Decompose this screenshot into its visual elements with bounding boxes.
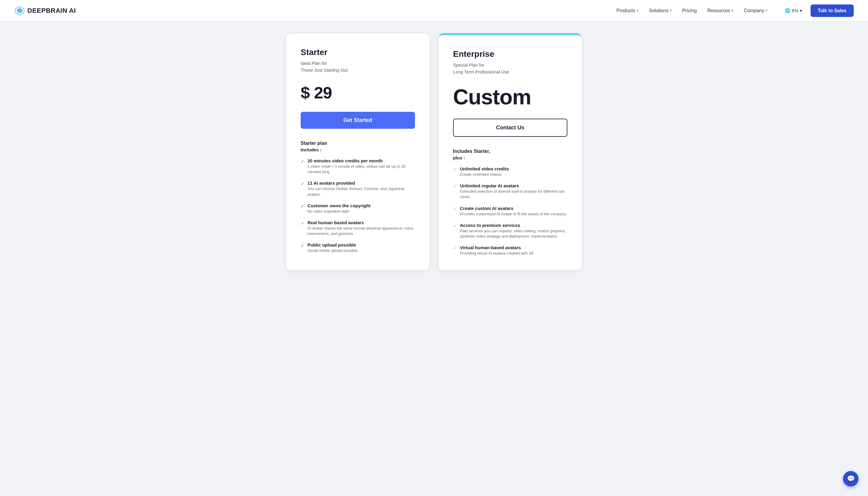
list-item: ✓ Real human based avatars AI avatar sha… bbox=[301, 220, 415, 236]
list-item: ✓ 20 minutes video credits per month 1 v… bbox=[301, 158, 415, 174]
chat-icon: 💬 bbox=[847, 475, 855, 483]
talk-to-sales-button[interactable]: Talk to Sales bbox=[810, 4, 854, 17]
enterprise-includes-sub: plus : bbox=[453, 155, 567, 160]
check-icon: ✓ bbox=[301, 243, 304, 248]
list-item: ✓ 11 AI avatars provided You can choose … bbox=[301, 181, 415, 197]
nav-products[interactable]: Products ▾ bbox=[612, 6, 642, 16]
chevron-down-icon: ▾ bbox=[670, 9, 672, 13]
starter-plan-description: Ideal Plan for Those Just Starting Out bbox=[301, 60, 415, 74]
nav-links: Products ▾ Solutions ▾ Pricing Resources… bbox=[612, 6, 772, 16]
nav-solutions[interactable]: Solutions ▾ bbox=[645, 6, 676, 16]
enterprise-plan-card: Enterprise Special Plan for Long Term Pr… bbox=[439, 33, 582, 270]
list-item: ✓ Unlimited video credits Create Unlimit… bbox=[453, 166, 567, 177]
chevron-down-icon: ▾ bbox=[800, 8, 802, 13]
starter-price: $ 29 bbox=[301, 83, 415, 102]
chevron-down-icon: ▾ bbox=[637, 9, 638, 13]
starter-feature-list: ✓ 20 minutes video credits per month 1 v… bbox=[301, 158, 415, 254]
logo-icon bbox=[14, 5, 25, 16]
enterprise-includes-title: Includes Starter, bbox=[453, 149, 567, 154]
main-content: Starter Ideal Plan for Those Just Starti… bbox=[0, 21, 868, 294]
check-icon: ✓ bbox=[301, 204, 304, 209]
nav-pricing[interactable]: Pricing bbox=[678, 6, 701, 16]
check-icon: ✓ bbox=[453, 206, 457, 212]
globe-icon: 🌐 bbox=[785, 8, 790, 13]
chevron-down-icon: ▾ bbox=[731, 9, 733, 13]
enterprise-feature-list: ✓ Unlimited video credits Create Unlimit… bbox=[453, 166, 567, 256]
list-item: ✓ Create custom AI avatars Provides cust… bbox=[453, 206, 567, 217]
language-selector[interactable]: 🌐 EN ▾ bbox=[781, 6, 806, 16]
logo[interactable]: DEEPBRAIN AI bbox=[14, 5, 76, 16]
check-icon: ✓ bbox=[301, 221, 304, 226]
starter-includes-title: Starter plan bbox=[301, 141, 415, 146]
contact-us-button[interactable]: Contact Us bbox=[453, 119, 567, 137]
list-item: ✓ Public upload possible Social media up… bbox=[301, 242, 415, 253]
nav-company[interactable]: Company ▾ bbox=[740, 6, 771, 16]
check-icon: ✓ bbox=[453, 223, 457, 229]
nav-resources[interactable]: Resources ▾ bbox=[703, 6, 737, 16]
enterprise-price: Custom bbox=[453, 85, 567, 109]
check-icon: ✓ bbox=[453, 184, 457, 189]
list-item: ✓ Unlimited regular AI avatars Extended … bbox=[453, 183, 567, 200]
enterprise-plan-description: Special Plan for Long Term Professional … bbox=[453, 62, 567, 75]
logo-text: DEEPBRAIN AI bbox=[27, 7, 76, 15]
check-icon: ✓ bbox=[301, 181, 304, 186]
check-icon: ✓ bbox=[453, 167, 457, 172]
starter-includes-sub: Includes : bbox=[301, 147, 415, 152]
chat-bubble-button[interactable]: 💬 bbox=[843, 471, 858, 486]
check-icon: ✓ bbox=[453, 246, 457, 251]
starter-plan-card: Starter Ideal Plan for Those Just Starti… bbox=[286, 33, 429, 270]
list-item: ✓ Customer owns the copyright No video e… bbox=[301, 203, 415, 214]
check-icon: ✓ bbox=[301, 159, 304, 164]
starter-plan-name: Starter bbox=[301, 48, 415, 57]
navbar-right: 🌐 EN ▾ Talk to Sales bbox=[781, 4, 854, 17]
list-item: ✓ Virtual human-based avatars Providing … bbox=[453, 245, 567, 256]
get-started-button[interactable]: Get Started bbox=[301, 112, 415, 129]
list-item: ✓ Access to premium services Paid servic… bbox=[453, 223, 567, 239]
chevron-down-icon: ▾ bbox=[766, 9, 767, 13]
enterprise-plan-name: Enterprise bbox=[453, 49, 567, 59]
navbar: DEEPBRAIN AI Products ▾ Solutions ▾ Pric… bbox=[0, 0, 868, 21]
